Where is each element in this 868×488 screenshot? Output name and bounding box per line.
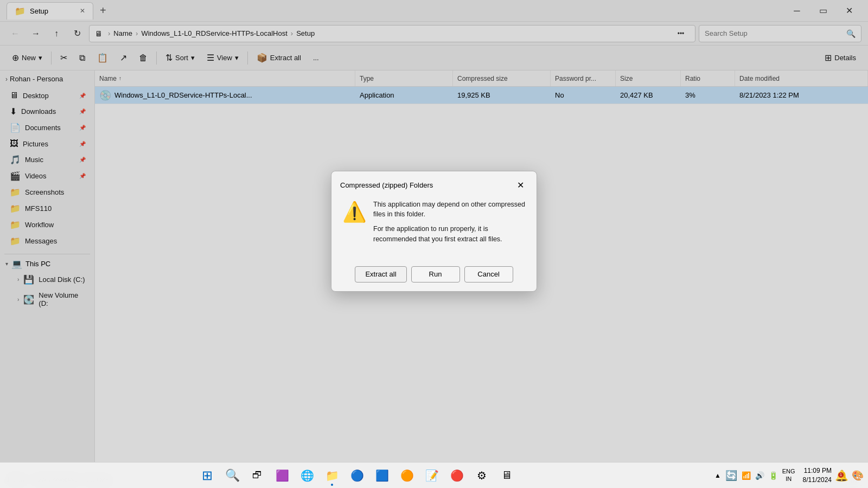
dialog-message-1: This application may depend on other com… — [373, 200, 526, 220]
tray-expand-button[interactable]: ▲ — [714, 472, 721, 479]
taskbar-acrobat[interactable]: 🔴 — [445, 464, 469, 487]
cancel-button[interactable]: Cancel — [464, 266, 513, 282]
dialog-warning-row: ⚠️ This application may depend on other … — [342, 200, 526, 245]
taskbar-vscode[interactable]: 🟦 — [370, 464, 394, 487]
clock[interactable]: 11:09 PM 8/11/2024 — [803, 466, 832, 485]
tray-wifi-icon[interactable]: 📶 — [742, 471, 751, 480]
warning-icon: ⚠️ — [342, 201, 367, 223]
dialog-body: ⚠️ This application may depend on other … — [331, 197, 537, 260]
dialog-close-button[interactable]: ✕ — [513, 178, 528, 193]
clock-date: 8/11/2024 — [803, 476, 832, 485]
sys-tray: ▲ 🔄 📶 🔊 🔋 ENG IN — [710, 468, 800, 482]
tray-volume-icon[interactable]: 🔊 — [755, 471, 764, 480]
dialog-titlebar: Compressed (zipped) Folders ✕ — [331, 171, 537, 197]
taskbar-start[interactable]: ⊞ — [195, 464, 219, 487]
clock-time: 11:09 PM — [803, 466, 832, 476]
taskbar-notepad[interactable]: 📝 — [420, 464, 444, 487]
taskbar-explorer[interactable]: 📁 — [320, 464, 344, 487]
taskbar-search[interactable]: 🔍 — [220, 464, 244, 487]
region-label: IN — [782, 476, 795, 483]
dialog-message-2: For the application to run properly, it … — [373, 224, 526, 245]
taskbar-settings-app[interactable]: ⚙ — [470, 464, 494, 487]
taskbar-chrome[interactable]: 🔵 — [345, 464, 369, 487]
taskbar-center: ⊞ 🔍 🗗 🟪 🌐 📁 🔵 🟦 🟠 📝 🔴 ⚙ 🖥 — [7, 464, 708, 487]
extract-all-button[interactable]: Extract all — [355, 266, 406, 282]
dialog-title: Compressed (zipped) Folders — [340, 181, 433, 189]
lang-label: ENG — [782, 468, 795, 475]
taskbar-postman[interactable]: 🟠 — [395, 464, 419, 487]
dialog-text: This application may depend on other com… — [373, 200, 526, 245]
tray-update-icon[interactable]: 🔄 — [725, 470, 737, 481]
run-button[interactable]: Run — [411, 266, 460, 282]
color-palette-icon[interactable]: 🎨 — [852, 470, 864, 481]
compressed-folders-dialog: Compressed (zipped) Folders ✕ ⚠️ This ap… — [331, 171, 537, 292]
notification-badge: 1 — [838, 472, 844, 478]
tray-battery-icon[interactable]: 🔋 — [769, 471, 778, 480]
taskbar-taskview[interactable]: 🗗 — [245, 464, 269, 487]
notification-area[interactable]: 🔔 1 — [835, 469, 848, 482]
lang-indicator[interactable]: ENG IN — [782, 468, 795, 482]
taskbar-edge[interactable]: 🌐 — [295, 464, 319, 487]
taskbar: ⊞ 🔍 🗗 🟪 🌐 📁 🔵 🟦 🟠 📝 🔴 ⚙ 🖥 ▲ 🔄 📶 🔊 🔋 ENG … — [0, 462, 868, 488]
taskbar-right: ▲ 🔄 📶 🔊 🔋 ENG IN 11:09 PM 8/11/2024 🔔 1 … — [710, 466, 864, 485]
dialog-overlay: Compressed (zipped) Folders ✕ ⚠️ This ap… — [0, 0, 868, 462]
taskbar-control[interactable]: 🖥 — [495, 464, 519, 487]
dialog-buttons: Extract all Run Cancel — [331, 260, 537, 291]
taskbar-teams[interactable]: 🟪 — [270, 464, 294, 487]
